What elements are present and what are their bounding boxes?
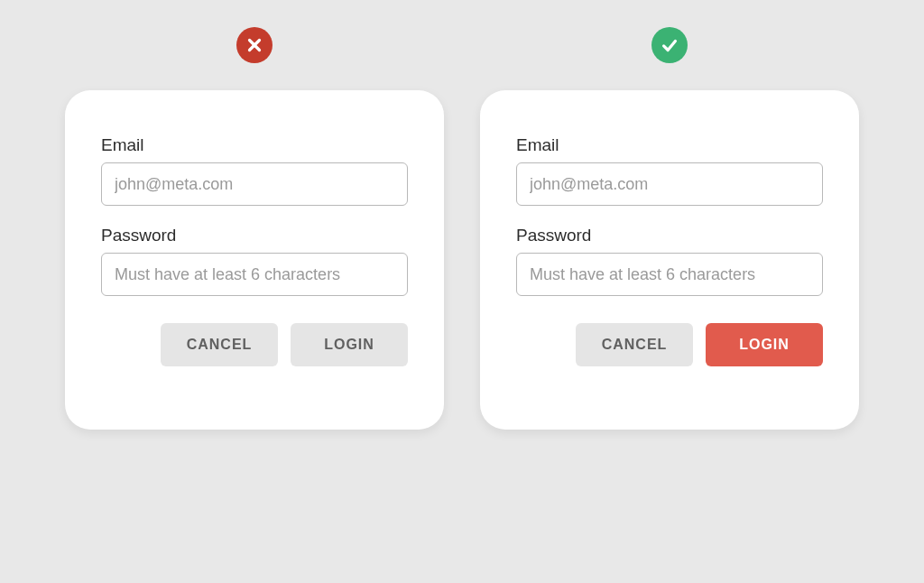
email-field-group: Email [101, 135, 408, 206]
cancel-button[interactable]: CANCEL [161, 323, 278, 366]
button-row: CANCEL LOGIN [516, 323, 823, 366]
email-label: Email [101, 135, 408, 155]
check-icon [651, 27, 688, 63]
password-field-group: Password [101, 226, 408, 296]
bad-example: Email Password CANCEL LOGIN [65, 27, 444, 430]
email-label: Email [516, 135, 823, 155]
login-card-bad: Email Password CANCEL LOGIN [65, 90, 444, 430]
password-field-group: Password [516, 226, 823, 296]
password-input[interactable] [516, 253, 823, 296]
cross-icon [236, 27, 273, 63]
login-button[interactable]: LOGIN [291, 323, 408, 366]
password-label: Password [101, 226, 408, 245]
good-example: Email Password CANCEL LOGIN [480, 27, 859, 430]
password-input[interactable] [101, 253, 408, 296]
email-field-group: Email [516, 135, 823, 206]
email-input[interactable] [516, 162, 823, 206]
email-input[interactable] [101, 162, 408, 206]
password-label: Password [516, 226, 823, 245]
login-card-good: Email Password CANCEL LOGIN [480, 90, 859, 430]
button-row: CANCEL LOGIN [101, 323, 408, 366]
login-button[interactable]: LOGIN [706, 323, 823, 366]
cancel-button[interactable]: CANCEL [576, 323, 693, 366]
